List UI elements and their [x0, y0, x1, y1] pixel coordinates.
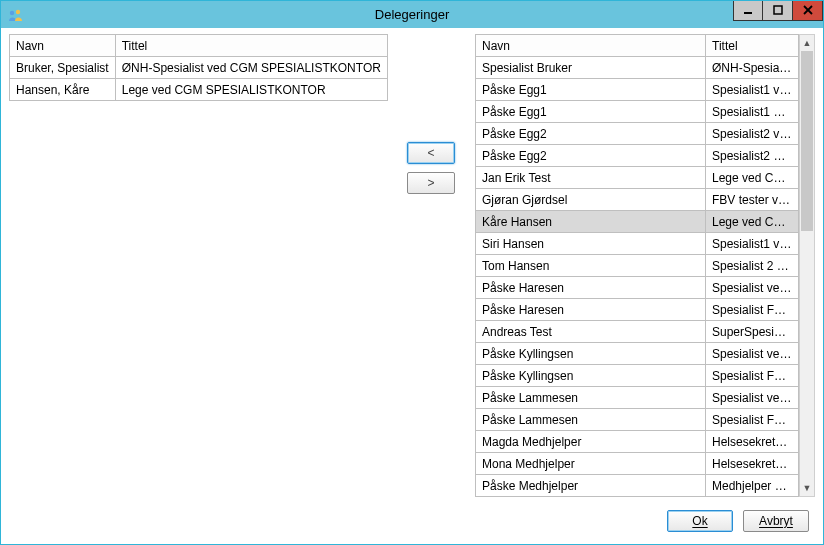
- cell-title: Spesialist ved C...: [706, 277, 799, 299]
- cell-title: Lege ved CGM ...: [706, 211, 799, 233]
- table-row[interactable]: Påske HaresenSpesialist ved C...: [476, 277, 799, 299]
- cell-name: Spesialist Bruker: [476, 57, 706, 79]
- window-title: Delegeringer: [1, 7, 823, 22]
- table-row[interactable]: Påske KyllingsenSpesialist FBV ...: [476, 365, 799, 387]
- move-buttons-panel: < >: [395, 34, 467, 497]
- cell-title: Spesialist1 ved ...: [706, 79, 799, 101]
- ok-button[interactable]: Ok: [667, 510, 733, 532]
- delegations-window: Delegeringer Navn Tittel Bruke: [0, 0, 824, 545]
- content-area: Navn Tittel Bruker, SpesialistØNH-Spesia…: [1, 28, 823, 503]
- scroll-up-icon[interactable]: ▲: [800, 35, 814, 51]
- table-row[interactable]: Hansen, KåreLege ved CGM SPESIALISTKONTO…: [10, 79, 388, 101]
- svg-point-0: [10, 10, 14, 14]
- cell-name: Mona Medhjelper: [476, 453, 706, 475]
- table-row[interactable]: Påske LammesenSpesialist FBV ...: [476, 409, 799, 431]
- cell-title: Spesialist FBV ...: [706, 365, 799, 387]
- cell-title: Lege ved CGM ...: [706, 167, 799, 189]
- assigned-panel: Navn Tittel Bruker, SpesialistØNH-Spesia…: [9, 34, 387, 497]
- cell-title: Medhjelper ved...: [706, 475, 799, 497]
- cell-name: Påske Kyllingsen: [476, 343, 706, 365]
- svg-rect-2: [744, 12, 752, 14]
- scroll-down-icon[interactable]: ▼: [800, 480, 814, 496]
- assigned-header-title[interactable]: Tittel: [115, 35, 387, 57]
- cell-name: Påske Egg2: [476, 123, 706, 145]
- table-row[interactable]: Påske Egg1Spesialist1 FBV...: [476, 101, 799, 123]
- available-table[interactable]: Navn Tittel Spesialist BrukerØNH-Spesial…: [475, 34, 799, 497]
- table-row[interactable]: Påske Egg1Spesialist1 ved ...: [476, 79, 799, 101]
- table-row[interactable]: Magda MedhjelperHelsesekretær ...: [476, 431, 799, 453]
- cell-name: Tom Hansen: [476, 255, 706, 277]
- table-row[interactable]: Tom HansenSpesialist 2 ved...: [476, 255, 799, 277]
- cell-name: Kåre Hansen: [476, 211, 706, 233]
- table-row[interactable]: Bruker, SpesialistØNH-Spesialist ved CGM…: [10, 57, 388, 79]
- cell-name: Jan Erik Test: [476, 167, 706, 189]
- table-row[interactable]: Andreas TestSuperSpesialist ...: [476, 321, 799, 343]
- move-left-button[interactable]: <: [407, 142, 455, 164]
- cell-name: Magda Medhjelper: [476, 431, 706, 453]
- cell-name: Hansen, Kåre: [10, 79, 116, 101]
- table-row[interactable]: Påske Egg2Spesialist2 FBV...: [476, 145, 799, 167]
- close-button[interactable]: [793, 1, 823, 21]
- table-row[interactable]: Påske HaresenSpesialist FBV ...: [476, 299, 799, 321]
- dialog-footer: Ok Avbryt: [1, 503, 823, 544]
- cell-title: Helsesekretær ...: [706, 453, 799, 475]
- table-row[interactable]: Jan Erik TestLege ved CGM ...: [476, 167, 799, 189]
- cell-title: Spesialist1 FBV...: [706, 101, 799, 123]
- table-row[interactable]: Påske LammesenSpesialist ved C...: [476, 387, 799, 409]
- cell-name: Påske Egg1: [476, 79, 706, 101]
- maximize-button[interactable]: [763, 1, 793, 21]
- cell-name: Påske Lammesen: [476, 387, 706, 409]
- cell-title: Spesialist ved C...: [706, 343, 799, 365]
- cell-title: ØNH-Spesialist ...: [706, 57, 799, 79]
- cell-title: Spesialist1 ved ...: [706, 233, 799, 255]
- cell-name: Siri Hansen: [476, 233, 706, 255]
- svg-point-1: [16, 9, 20, 13]
- table-row[interactable]: Spesialist BrukerØNH-Spesialist ...: [476, 57, 799, 79]
- cell-name: Påske Haresen: [476, 277, 706, 299]
- cell-title: Spesialist2 FBV...: [706, 145, 799, 167]
- cell-name: Andreas Test: [476, 321, 706, 343]
- cell-title: Helsesekretær ...: [706, 431, 799, 453]
- app-icon: [7, 7, 23, 23]
- table-row[interactable]: Gjøran GjørdselFBV tester ved ...: [476, 189, 799, 211]
- svg-rect-3: [774, 6, 782, 14]
- cell-title: SuperSpesialist ...: [706, 321, 799, 343]
- cell-name: Påske Haresen: [476, 299, 706, 321]
- cell-title: FBV tester ved ...: [706, 189, 799, 211]
- scroll-track[interactable]: [800, 51, 814, 480]
- cancel-button[interactable]: Avbryt: [743, 510, 809, 532]
- cell-name: Påske Egg2: [476, 145, 706, 167]
- cell-title: Spesialist 2 ved...: [706, 255, 799, 277]
- cell-title: Spesialist FBV ...: [706, 409, 799, 431]
- available-header-title[interactable]: Tittel: [706, 35, 799, 57]
- available-header-name[interactable]: Navn: [476, 35, 706, 57]
- cell-title: Spesialist2 ved ...: [706, 123, 799, 145]
- cell-name: Påske Medhjelper: [476, 475, 706, 497]
- cell-title: Lege ved CGM SPESIALISTKONTOR: [115, 79, 387, 101]
- minimize-button[interactable]: [733, 1, 763, 21]
- cell-title: ØNH-Spesialist ved CGM SPESIALISTKONTOR: [115, 57, 387, 79]
- available-scrollbar[interactable]: ▲ ▼: [799, 34, 815, 497]
- cell-name: Påske Kyllingsen: [476, 365, 706, 387]
- move-right-button[interactable]: >: [407, 172, 455, 194]
- table-row[interactable]: Påske KyllingsenSpesialist ved C...: [476, 343, 799, 365]
- table-row[interactable]: Påske MedhjelperMedhjelper ved...: [476, 475, 799, 497]
- table-row[interactable]: Siri HansenSpesialist1 ved ...: [476, 233, 799, 255]
- window-controls: [733, 1, 823, 21]
- table-row[interactable]: Påske Egg2Spesialist2 ved ...: [476, 123, 799, 145]
- cell-title: Spesialist FBV ...: [706, 299, 799, 321]
- table-row[interactable]: Kåre HansenLege ved CGM ...: [476, 211, 799, 233]
- available-panel: Navn Tittel Spesialist BrukerØNH-Spesial…: [475, 34, 815, 497]
- table-row[interactable]: Mona MedhjelperHelsesekretær ...: [476, 453, 799, 475]
- cell-name: Påske Egg1: [476, 101, 706, 123]
- titlebar[interactable]: Delegeringer: [1, 1, 823, 28]
- cell-name: Påske Lammesen: [476, 409, 706, 431]
- assigned-header-name[interactable]: Navn: [10, 35, 116, 57]
- cell-title: Spesialist ved C...: [706, 387, 799, 409]
- scroll-thumb[interactable]: [801, 51, 813, 231]
- cell-name: Bruker, Spesialist: [10, 57, 116, 79]
- cell-name: Gjøran Gjørdsel: [476, 189, 706, 211]
- assigned-table[interactable]: Navn Tittel Bruker, SpesialistØNH-Spesia…: [9, 34, 388, 101]
